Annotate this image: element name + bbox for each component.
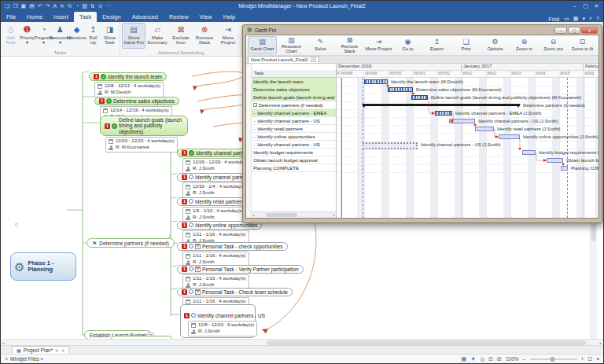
tab-design[interactable]: Design [97,12,126,22]
collapse-toggle-icon[interactable]: – [253,103,257,107]
horizontal-scroll-thumb[interactable] [267,340,586,345]
gantt-tool-solve[interactable]: ✎Solve [306,36,335,54]
ribbon-remove-slack-time-button[interactable]: ⊗Remove Slack Time [193,23,216,49]
ribbon-milestone-button[interactable]: ◆Milestone [68,23,85,49]
ribbon-roll-up-task-info-button[interactable]: ↥Roll Up Task Info [85,23,101,49]
tab-file[interactable]: File [1,12,21,22]
maximize-button[interactable]: ▢ [580,2,591,10]
gantt-tool-remove-slack[interactable]: ⊠Remove Slack [335,36,364,54]
gantt-grid-row[interactable]: –Identify online opportunities [252,133,336,141]
gantt-maximize-button[interactable]: ▢ [568,27,580,34]
gantt-chart-area[interactable]: December 2016January 2017February WN47WN… [337,64,598,218]
collapse-map-icon[interactable]: ⊟ [488,356,493,362]
grid-horizontal-scrollbar[interactable]: ◂ ▸ [252,211,336,218]
redo-icon[interactable]: ↷ [46,3,50,9]
gantt-grid-row[interactable]: Identify the launch team [252,78,336,86]
gantt-tool-options[interactable]: ⚙Options [481,36,510,54]
ribbon-move-project-button[interactable]: ⇥Move Project [216,23,240,49]
gantt-grid-row[interactable]: Obtain launch budget approval [252,156,336,164]
gantt-tool-zoom-in[interactable]: ⊕Zoom in [510,36,539,54]
mindjet-files-label[interactable]: Mindjet Files [10,356,39,362]
gantt-grid-row[interactable]: –Identify channel partners - US [252,141,336,149]
map-node-identify-channel-partners-us[interactable]: 1Identify channel partners - US12/8 - 12… [180,304,256,338]
minimize-button[interactable]: – [569,2,580,10]
determine-partners-node[interactable]: ⚑ Determine partners (if needed) [87,238,175,248]
mindmanager-menu-icon[interactable]: ▦ [573,16,579,22]
close-button[interactable]: ✕ [591,2,602,10]
tab-insert[interactable]: Insert [48,12,74,22]
gantt-tool-move-project[interactable]: ⇥Move Project [364,36,393,54]
undo-icon[interactable]: ↶ [38,3,42,9]
zoom-slider[interactable] [530,358,577,360]
map-node-define-launch-goals-launch-timing-and-publicity-objectives[interactable]: 1✓Define launch goals (launch timing and… [100,116,188,153]
gantt-doc-tab[interactable]: New Product Launch_Final2 ✕ [248,56,319,63]
gantt-tool-export[interactable]: ↥Export [422,36,451,54]
gantt-grid-row[interactable]: –Identify channel partners - US [252,117,336,125]
gantt-grid-row[interactable]: –Identify retail partners [252,125,336,133]
ribbon-make-summary-button[interactable]: ▱Make Summary [145,23,169,49]
gantt-close-button[interactable]: ✕ [581,27,598,34]
sync-icon[interactable]: ↻ [68,3,72,9]
files-caret-icon[interactable]: ▾ [41,356,43,362]
zoom-icon[interactable]: ⊙ [98,3,103,9]
help-icon[interactable]: ? [596,16,599,22]
gantt-grid-row[interactable]: –Determine partners (if needed) [252,101,336,109]
filter-icon[interactable]: ▼ [470,356,476,362]
canvas-horizontal-scrollbar[interactable]: ◂ ▸ [1,339,603,345]
quick-panel-icon[interactable]: ▭ [564,16,569,22]
gantt-tool-zoom-to-fit[interactable]: ⊡Zoom to fit [568,36,597,54]
gantt-grid-row[interactable]: –Identify channel partners - EMEA [252,109,336,117]
scroll-left-icon[interactable]: ◂ [2,340,5,345]
scroll-right-icon[interactable]: ▸ [599,340,602,345]
ribbon-priority-button[interactable]: ➊Priority ▾ [19,23,35,49]
expand-map-icon[interactable]: ⊞ [497,356,502,362]
open-icon[interactable]: ❐ [13,3,17,9]
tab-advanced[interactable]: Advanced [127,12,164,22]
gantt-tool-zoom-out[interactable]: ⊖Zoom out [539,36,568,54]
gantt-minimize-button[interactable]: – [554,27,567,34]
ribbon-show-task-pane-button[interactable]: ◨Show Task Pane [101,23,118,49]
gantt-titlebar[interactable]: ▦ Gantt Pro –▢✕ [245,25,599,35]
topic-icon[interactable]: ✳ [60,3,64,9]
tag-icon[interactable]: ◎ [480,356,484,362]
ribbon-exclude-from-chart-button[interactable]: ⊠Exclude from Chart [169,23,193,49]
new-document-icon[interactable]: ❏ [5,3,9,9]
sort-icon[interactable]: ⇅ [90,3,95,9]
collapse-ribbon-icon[interactable]: ˄ [589,16,592,22]
gantt-tool-print[interactable]: ❑Print [451,36,481,54]
scroll-right-icon[interactable]: ▸ [333,213,335,217]
map-tab-close-icon[interactable]: ✕ [61,348,65,353]
grid-scroll-thumb[interactable] [266,213,297,217]
gantt-grid-row[interactable]: Planning COMPLETE [252,164,336,172]
save-icon[interactable]: ▣ [21,3,27,9]
vertical-scroll-thumb[interactable] [591,224,596,241]
print-icon[interactable]: ▤ [29,3,35,9]
phase-node[interactable]: ⚙ Phase 1 - Planning [10,252,76,281]
tab-view[interactable]: View [194,12,218,22]
scroll-left-icon[interactable]: ◂ [252,213,254,217]
presentation-icon[interactable]: ▦ [462,356,467,362]
gantt-grid-row[interactable]: Define launch goals (launch timing and p… [252,94,336,101]
dropdown-caret-icon[interactable]: ▾ [582,16,585,22]
find-label[interactable]: Find [549,17,560,22]
zoom-slider-knob[interactable] [551,357,554,362]
map-tab-sync-icon[interactable]: ↻ [55,348,59,353]
image-icon[interactable]: ▧ [82,3,87,9]
zoom-out-button[interactable]: – [523,356,526,362]
zoom-in-button[interactable]: + [581,356,584,362]
tab-help[interactable]: Help [218,12,241,22]
fit-map-icon[interactable]: ⊡ [588,356,593,362]
chart-icon[interactable]: ◔ [76,3,79,9]
tab-review[interactable]: Review [164,12,194,22]
gantt-tool-resource-chart[interactable]: ▥Resource Chart [277,36,306,54]
more-commands-icon[interactable]: ⋯ [106,3,112,9]
ribbon-show-gantt-pro-button[interactable]: ▤Show Gantt Pro ▾ [122,23,145,49]
tab-task[interactable]: Task [74,12,97,22]
gantt-grid-row[interactable]: Identify budget requirements [252,149,336,156]
gantt-pro-window[interactable]: ▦ Gantt Pro –▢✕ ▤Gantt Chart▥Resource Ch… [242,24,602,223]
gantt-tool-gantt-chart[interactable]: ▤Gantt Chart [248,36,277,54]
format-icon[interactable]: A [53,3,57,9]
doc-tab-close-icon[interactable]: ✕ [311,57,316,62]
map-tab-project-plan[interactable]: ▦ Project Plan* ↻ ✕ [12,346,69,354]
gantt-tool-go-to[interactable]: ◉Go to [393,36,422,54]
